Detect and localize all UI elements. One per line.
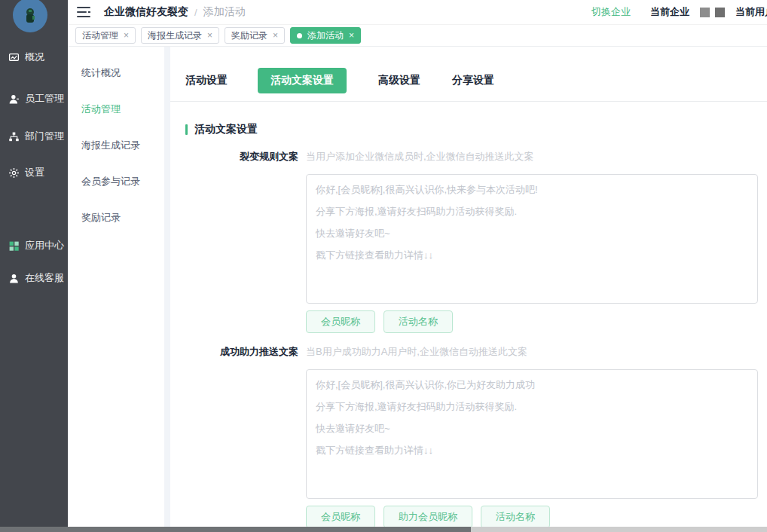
tab-advanced-settings[interactable]: 高级设置 [378,68,420,93]
app-logo[interactable] [13,0,47,32]
submenu-item-member-participation[interactable]: 会员参与记录 [68,164,164,200]
current-user-label: 当前用户 [735,5,767,19]
page-chip-activity-management[interactable]: 活动管理 × [75,27,136,44]
top-header: 企业微信好友裂变 / 添加活动 切换企业 当前企业 当前用户 [68,0,767,25]
chip-label: 海报生成记录 [148,29,202,42]
close-icon[interactable]: × [124,30,129,41]
horizontal-scrollbar-thumb[interactable] [0,527,471,532]
main-panel: 活动设置 活动文案设置 高级设置 分享设置 活动文案设置 裂变规则文案 当用户添… [170,47,767,527]
department-icon [8,131,20,142]
secondary-sidebar: 统计概况 活动管理 海报生成记录 会员参与记录 奖励记录 [68,47,164,527]
employee-icon [8,93,20,105]
gear-icon [8,167,20,179]
fission-rule-copy-textarea[interactable]: 你好,[会员昵称],很高兴认识你,快来参与本次活动吧! 分享下方海报,邀请好友扫… [306,174,758,304]
sidebar-item-app-center[interactable]: 应用中心 [0,237,68,255]
sidebar-item-label: 员工管理 [25,92,64,105]
breadcrumb-root[interactable]: 企业微信好友裂变 [104,5,188,19]
sidebar-item-settings[interactable]: 设置 [0,164,68,182]
company-logo-2 [715,8,725,17]
chip-label: 活动管理 [82,29,118,42]
section-header: 活动文案设置 [185,123,767,136]
assist-success-copy-row: 成功助力推送文案 当B用户成功助力A用户时,企业微信自动推送此文案 [185,345,767,359]
submenu-item-activity-management[interactable]: 活动管理 [68,91,164,127]
section-accent-bar [185,124,188,135]
header-right: 切换企业 当前企业 当前用户 [591,5,767,19]
sidebar-item-label: 概况 [25,50,44,64]
page-chip-add-activity[interactable]: 添加活动 × [290,27,361,44]
chip-label: 奖励记录 [231,29,267,42]
switch-company-link[interactable]: 切换企业 [591,5,631,19]
page-chip-poster-records[interactable]: 海报生成记录 × [141,27,219,44]
collapse-menu-icon[interactable] [77,7,90,17]
mascot-logo-icon [20,5,40,25]
sidebar-item-label: 部门管理 [25,130,64,143]
chip-label: 添加活动 [307,29,344,42]
submenu-item-reward-records[interactable]: 奖励记录 [68,200,164,236]
support-icon [8,273,20,284]
tab-activity-copywriting-settings[interactable]: 活动文案设置 [258,68,347,93]
content-row: 统计概况 活动管理 海报生成记录 会员参与记录 奖励记录 活动设置 活动文案设置… [68,47,767,527]
sidebar-item-employees[interactable]: 员工管理 [0,90,68,108]
horizontal-scrollbar-track[interactable] [0,527,767,532]
insert-activity-name-button[interactable]: 活动名称 [481,506,550,528]
company-logo-thumbnails [700,8,725,17]
assist-success-copy-textarea-wrap: 你好,[会员昵称],很高兴认识你,你已为好友助力成功 分享下方海报,邀请好友扫码… [306,369,767,499]
primary-sidebar: 概况 员工管理 部门管理 设置 应用中心 [0,0,68,527]
insert-member-nickname-button[interactable]: 会员昵称 [306,310,375,333]
tab-activity-settings[interactable]: 活动设置 [185,68,228,93]
submenu-item-statistics-overview[interactable]: 统计概况 [68,55,164,91]
close-icon[interactable]: × [349,30,354,41]
fission-rule-copy-label: 裂变规则文案 [185,150,298,164]
sidebar-item-label: 应用中心 [25,239,64,252]
breadcrumb-current: 添加活动 [203,5,246,19]
tab-share-settings[interactable]: 分享设置 [452,68,494,93]
close-icon[interactable]: × [207,30,212,41]
settings-tabs: 活动设置 活动文案设置 高级设置 分享设置 [185,68,767,93]
insert-member-nickname-button[interactable]: 会员昵称 [306,506,375,528]
insert-activity-name-button[interactable]: 活动名称 [384,310,453,333]
close-icon[interactable]: × [273,30,278,41]
tabs-divider [170,101,767,102]
sidebar-item-online-support[interactable]: 在线客服 [0,269,68,287]
right-column: 企业微信好友裂变 / 添加活动 切换企业 当前企业 当前用户 活动管理 × 海报… [68,0,767,527]
fission-rule-copy-hint: 当用户添加企业微信成员时,企业微信自动推送此文案 [306,150,534,164]
assist-success-copy-textarea[interactable]: 你好,[会员昵称],很高兴认识你,你已为好友助力成功 分享下方海报,邀请好友扫码… [306,369,758,499]
opened-tabs-bar: 活动管理 × 海报生成记录 × 奖励记录 × 添加活动 × [68,25,767,47]
apps-grid-icon [8,240,20,252]
fission-rule-copy-textarea-wrap: 你好,[会员昵称],很高兴认识你,快来参与本次活动吧! 分享下方海报,邀请好友扫… [306,174,767,304]
section-title-text: 活动文案设置 [194,123,258,136]
current-company-label: 当前企业 [650,5,689,19]
company-logo-1 [700,8,710,17]
sidebar-item-label: 设置 [25,166,44,179]
breadcrumb-separator: / [194,7,197,18]
insert-assist-member-nickname-button[interactable]: 助力会员昵称 [384,506,472,528]
dashboard-icon [8,52,20,63]
fission-rule-copy-token-buttons: 会员昵称 活动名称 [306,310,767,333]
assist-success-copy-hint: 当B用户成功助力A用户时,企业微信自动推送此文案 [306,345,527,359]
sidebar-item-departments[interactable]: 部门管理 [0,127,68,145]
sidebar-item-overview[interactable]: 概况 [0,48,68,66]
vertical-scrollbar-track[interactable] [164,47,170,527]
sidebar-item-label: 在线客服 [25,271,64,285]
assist-success-copy-label: 成功助力推送文案 [185,345,298,359]
submenu-item-poster-records[interactable]: 海报生成记录 [68,127,164,164]
active-dot [297,33,302,38]
app-window: 概况 员工管理 部门管理 设置 应用中心 [0,0,767,532]
assist-success-copy-token-buttons: 会员昵称 助力会员昵称 活动名称 [306,506,767,528]
page-chip-reward-records[interactable]: 奖励记录 × [225,27,285,44]
fission-rule-copy-row: 裂变规则文案 当用户添加企业微信成员时,企业微信自动推送此文案 [185,150,767,164]
